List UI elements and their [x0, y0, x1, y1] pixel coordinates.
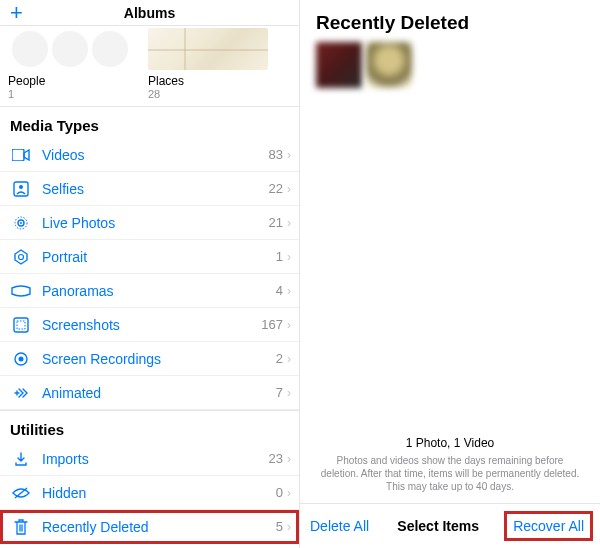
- chevron-right-icon: ›: [287, 318, 291, 332]
- animated-icon: [10, 385, 32, 401]
- chevron-right-icon: ›: [287, 520, 291, 534]
- screen-recording-icon: [10, 351, 32, 367]
- svg-point-5: [20, 222, 22, 224]
- row-screen-recordings[interactable]: Screen Recordings 2 ›: [0, 342, 299, 376]
- albums-header: + Albums: [0, 0, 299, 26]
- live-photo-icon: [10, 215, 32, 231]
- svg-rect-7: [14, 318, 28, 332]
- chevron-right-icon: ›: [287, 486, 291, 500]
- row-hidden[interactable]: Hidden 0 ›: [0, 476, 299, 510]
- screenshot-icon: [10, 317, 32, 333]
- row-count: 23: [269, 451, 283, 466]
- deletion-info: 1 Photo, 1 Video Photos and videos show …: [300, 436, 600, 503]
- recently-deleted-screen: Recently Deleted 1 Photo, 1 Video Photos…: [300, 0, 600, 548]
- row-label: Recently Deleted: [32, 519, 276, 535]
- album-label: Places: [148, 74, 280, 88]
- deleted-item-thumbnail[interactable]: [366, 42, 412, 88]
- people-thumbnail: [8, 28, 128, 70]
- album-label: People: [8, 74, 140, 88]
- import-icon: [10, 451, 32, 467]
- chevron-right-icon: ›: [287, 182, 291, 196]
- chevron-right-icon: ›: [287, 452, 291, 466]
- row-panoramas[interactable]: Panoramas 4 ›: [0, 274, 299, 308]
- deletion-explainer: Photos and videos show the days remainin…: [318, 454, 582, 493]
- row-count: 22: [269, 181, 283, 196]
- chevron-right-icon: ›: [287, 148, 291, 162]
- row-recently-deleted[interactable]: Recently Deleted 5 ›: [0, 510, 299, 544]
- svg-rect-0: [12, 149, 24, 161]
- row-count: 4: [276, 283, 283, 298]
- albums-row: People 1 Places 28: [0, 26, 299, 106]
- recently-deleted-title: Recently Deleted: [300, 0, 600, 42]
- row-label: Panoramas: [32, 283, 276, 299]
- row-label: Screenshots: [32, 317, 261, 333]
- album-count: 1: [8, 88, 140, 100]
- chevron-right-icon: ›: [287, 386, 291, 400]
- utilities-header: Utilities: [0, 410, 299, 442]
- svg-rect-8: [17, 321, 25, 329]
- row-label: Hidden: [32, 485, 276, 501]
- album-count: 28: [148, 88, 280, 100]
- chevron-right-icon: ›: [287, 216, 291, 230]
- row-live-photos[interactable]: Live Photos 21 ›: [0, 206, 299, 240]
- row-count: 7: [276, 385, 283, 400]
- delete-all-button[interactable]: Delete All: [310, 518, 369, 534]
- album-people[interactable]: People 1: [0, 28, 140, 106]
- svg-point-6: [19, 254, 24, 259]
- svg-point-2: [19, 185, 23, 189]
- row-screenshots[interactable]: Screenshots 167 ›: [0, 308, 299, 342]
- deleted-item-thumbnail[interactable]: [316, 42, 362, 88]
- row-label: Live Photos: [32, 215, 269, 231]
- row-label: Selfies: [32, 181, 269, 197]
- album-places[interactable]: Places 28: [140, 28, 280, 106]
- row-label: Videos: [32, 147, 269, 163]
- trash-icon: [10, 519, 32, 535]
- row-label: Screen Recordings: [32, 351, 276, 367]
- deleted-thumbnails: [300, 42, 600, 88]
- albums-title: Albums: [124, 5, 175, 21]
- portrait-icon: [10, 249, 32, 265]
- row-count: 21: [269, 215, 283, 230]
- row-imports[interactable]: Imports 23 ›: [0, 442, 299, 476]
- svg-point-10: [19, 356, 24, 361]
- row-label: Imports: [32, 451, 269, 467]
- row-portrait[interactable]: Portrait 1 ›: [0, 240, 299, 274]
- select-items-button[interactable]: Select Items: [397, 518, 479, 534]
- row-count: 5: [276, 519, 283, 534]
- row-label: Animated: [32, 385, 276, 401]
- row-count: 2: [276, 351, 283, 366]
- video-icon: [10, 149, 32, 161]
- chevron-right-icon: ›: [287, 352, 291, 366]
- add-album-button[interactable]: +: [10, 2, 23, 24]
- row-animated[interactable]: Animated 7 ›: [0, 376, 299, 410]
- row-count: 167: [261, 317, 283, 332]
- row-count: 83: [269, 147, 283, 162]
- row-videos[interactable]: Videos 83 ›: [0, 138, 299, 172]
- selfie-icon: [10, 181, 32, 197]
- row-selfies[interactable]: Selfies 22 ›: [0, 172, 299, 206]
- recently-deleted-toolbar: Delete All Select Items Recover All: [300, 503, 600, 548]
- row-label: Portrait: [32, 249, 276, 265]
- row-count: 1: [276, 249, 283, 264]
- places-thumbnail: [148, 28, 268, 70]
- row-count: 0: [276, 485, 283, 500]
- media-types-header: Media Types: [0, 106, 299, 138]
- deletion-count: 1 Photo, 1 Video: [318, 436, 582, 450]
- panorama-icon: [10, 285, 32, 297]
- recover-all-button[interactable]: Recover All: [507, 514, 590, 538]
- albums-screen: + Albums People 1 Places 28 Media Types …: [0, 0, 300, 548]
- hidden-icon: [10, 487, 32, 499]
- chevron-right-icon: ›: [287, 250, 291, 264]
- chevron-right-icon: ›: [287, 284, 291, 298]
